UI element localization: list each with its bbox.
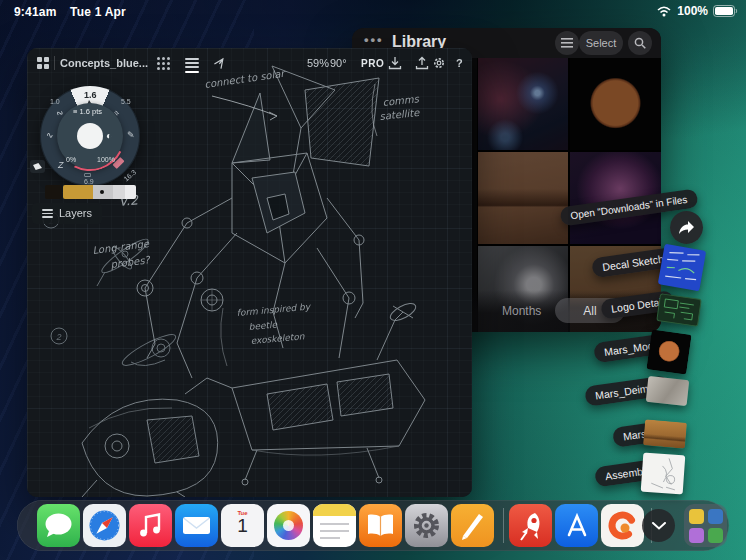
battery-icon: [713, 5, 738, 17]
gallery-icon[interactable]: [37, 57, 49, 69]
layers-burger-icon: [42, 207, 53, 220]
swatch-light-gray[interactable]: [113, 185, 125, 199]
size-label-2: 5.5: [121, 98, 131, 105]
tool-wheel[interactable]: 1.6 1.0 5.5 16.3 6.9 ∿ ≈ ✎ ▭ Z ∿ ≡ 1.6 p…: [40, 86, 140, 186]
drag-thumb-logo-detail[interactable]: [656, 293, 701, 327]
dock-rocket-icon[interactable]: [509, 504, 552, 547]
drag-thumb-decal-sketches[interactable]: [658, 244, 706, 292]
swatch-black[interactable]: [45, 185, 62, 199]
drag-thumb-mars-model[interactable]: [646, 329, 691, 374]
ipad-screen: { "status_bar": { "time": "9:41am", "dat…: [0, 0, 746, 560]
wifi-icon: [656, 5, 672, 17]
pen-tool-icon[interactable]: ✎: [127, 130, 135, 140]
opacity-half-icon: ◐: [106, 130, 112, 141]
segment-months[interactable]: Months: [502, 304, 541, 318]
concepts-app-window: 1 2 connect to solar comms satellite V.2…: [27, 48, 472, 497]
roller-tool-icon[interactable]: ▭: [84, 170, 92, 179]
dock-music-icon[interactable]: [129, 504, 172, 547]
precision-grid-icon[interactable]: [157, 57, 170, 70]
color-strip[interactable]: [45, 185, 136, 199]
size-label-4: 6.9: [84, 178, 94, 185]
import-icon[interactable]: [388, 56, 402, 70]
layers-tool-icon[interactable]: [185, 58, 199, 73]
hamburger-icon: [561, 38, 573, 48]
concepts-toolbar: Concepts_blue... 59% 90° PRO ?: [27, 48, 472, 78]
status-date: Tue 1 Apr: [70, 5, 126, 19]
drag-thumb-mars[interactable]: [643, 419, 687, 449]
help-button[interactable]: ?: [456, 48, 463, 78]
drag-thumb-assembly[interactable]: [641, 453, 686, 495]
dock-photos-icon[interactable]: [267, 504, 310, 547]
dock-app-store-icon[interactable]: [555, 504, 598, 547]
select-button[interactable]: Select: [579, 31, 623, 55]
dock-messages-icon[interactable]: [37, 504, 80, 547]
swatch-gold[interactable]: [63, 185, 93, 199]
dock: Tue 1: [17, 500, 729, 551]
layers-label: Layers: [59, 207, 92, 219]
more-menu-button[interactable]: •••: [364, 32, 384, 47]
export-icon[interactable]: [415, 56, 429, 70]
document-title[interactable]: Concepts_blue...: [60, 48, 148, 78]
svg-text:2: 2: [56, 332, 62, 342]
size-readout: ≡ 1.6 pts: [73, 107, 102, 116]
settings-gear-icon[interactable]: [432, 56, 446, 70]
swatch-gray-selected[interactable]: [93, 185, 113, 199]
share-forward-button[interactable]: [670, 211, 703, 244]
opacity-max: 100%: [97, 156, 115, 163]
dock-divider: [503, 508, 504, 543]
opacity-min: 0%: [66, 156, 76, 163]
view-options-button[interactable]: [555, 31, 579, 55]
swatch-mini-button[interactable]: [30, 160, 45, 173]
search-button[interactable]: [628, 31, 652, 55]
selected-swatch-dot: [100, 190, 104, 194]
forward-arrow-icon: [678, 220, 695, 235]
dock-app-library-icon[interactable]: [684, 504, 727, 547]
status-bar: 9:41am Tue 1 Apr 100%: [0, 0, 746, 24]
status-time: 9:41am: [14, 5, 57, 19]
dock-safari-icon[interactable]: [83, 504, 126, 547]
eraser-tool-icon[interactable]: Z: [58, 160, 64, 170]
dock-settings-icon[interactable]: [405, 504, 448, 547]
search-icon: [634, 37, 646, 49]
dock-notes-icon[interactable]: [313, 504, 356, 547]
battery-percent: 100%: [677, 4, 708, 18]
layers-button[interactable]: Layers: [32, 203, 102, 224]
size-label-1: 1.0: [50, 98, 60, 105]
drag-thumb-mars-deimos[interactable]: [646, 376, 689, 406]
dock-sketch-pen-icon[interactable]: [451, 504, 494, 547]
pro-badge[interactable]: PRO: [361, 48, 384, 78]
wheel-center-swatch[interactable]: [77, 123, 103, 149]
calendar-day: 1: [221, 515, 264, 537]
dock-books-icon[interactable]: [359, 504, 402, 547]
dock-calendar-icon[interactable]: Tue 1: [221, 504, 264, 547]
dock-chevron-down-button[interactable]: [642, 509, 675, 542]
dock-concepts-icon[interactable]: [601, 504, 644, 547]
zoom-level[interactable]: 59%: [307, 48, 329, 78]
rotation-value[interactable]: 90°: [330, 48, 347, 78]
swatch-white[interactable]: [125, 185, 136, 199]
selection-nib-icon[interactable]: [213, 56, 227, 70]
wire-tool-icon[interactable]: ∿: [46, 130, 54, 140]
dock-mail-icon[interactable]: [175, 504, 218, 547]
chevron-down-icon: [652, 522, 666, 530]
